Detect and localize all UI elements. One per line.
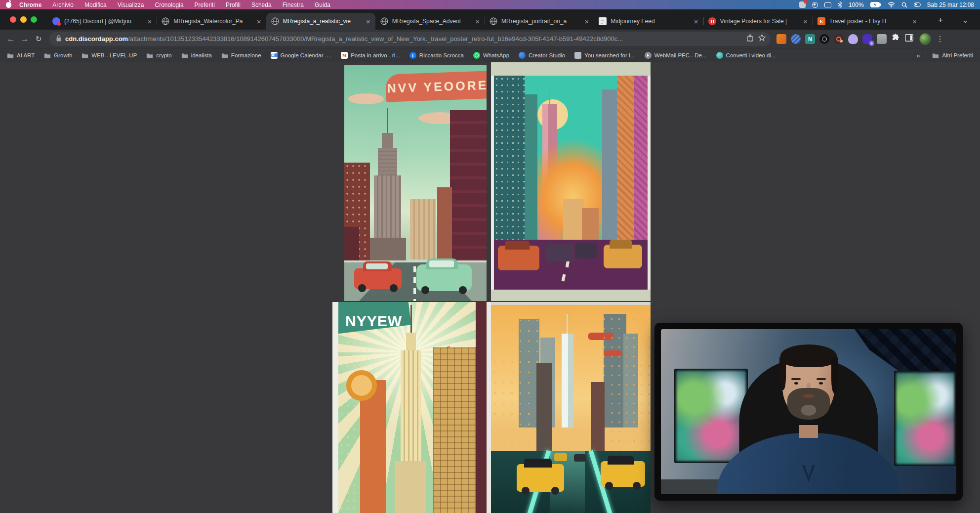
page-content: NVV YEOORE [0,62,980,513]
blue-extension-icon[interactable] [791,34,801,44]
reload-button[interactable]: ↻ [32,35,45,43]
menu-archivio[interactable]: Archivio [52,1,74,8]
notion-extension-icon[interactable]: N [805,34,815,44]
screen-record-icon[interactable] [812,2,818,8]
key-extension-icon[interactable] [834,34,844,44]
bookmark-growth[interactable]: Growth [44,52,72,59]
folder-icon [221,52,228,59]
bookmark-creator-studio[interactable]: Creator Studio [519,52,565,59]
tab-title: Midjourney Feed [611,18,690,25]
poster-top-right[interactable] [491,62,651,301]
control-center-icon[interactable] [914,2,921,7]
gmail-icon: M [341,52,348,59]
profile-avatar[interactable] [919,33,931,45]
bookmark-web-level-up[interactable]: WEB - LEVEL-UP [82,52,137,59]
tab-title: MRregista_Watercolor_Pa [173,18,252,25]
tabs-container: (2765) Discord | @Midjou×MRregista_Water… [47,13,922,30]
menu-visualizza[interactable]: Visualizza [118,1,144,8]
other-bookmarks-folder[interactable]: Altri Preferiti [932,52,973,59]
bookmark-label: Google Calendar -... [281,52,332,58]
tab-3[interactable]: MRregista_a_realistic_vie× [266,13,375,30]
new-tab-button[interactable]: + [935,14,946,26]
bookmark-formazione[interactable]: Formazione [221,52,261,59]
presenter-beard [787,388,830,420]
fullscreen-window-button[interactable] [31,16,37,23]
tab-1[interactable]: (2765) Discord | @Midjou× [47,13,157,30]
tab-close-icon[interactable]: × [912,18,917,25]
bookmark-crypto[interactable]: crypto [146,52,171,59]
tab-close-icon[interactable]: × [694,18,698,25]
chrome-menu-kebab[interactable]: ⋮ [936,34,944,43]
menu-profili[interactable]: Profili [226,1,241,8]
poster-bottom-left[interactable]: NYYEW [332,302,487,513]
bookmark-label: idealista [191,52,212,58]
address-bar[interactable]: cdn.discordapp.com /attachments/10135123… [49,32,771,46]
cloud-shape [348,93,384,104]
apple-menu-icon[interactable] [6,2,11,8]
tab-4[interactable]: MRregista_Space_Advent× [375,13,485,30]
bluetooth-icon[interactable] [838,1,842,8]
bookmark-converti-i-video-di[interactable]: Converti i video di... [716,52,776,59]
tab-close-icon[interactable]: × [803,18,808,25]
menu-finestra[interactable]: Finestra [283,1,304,8]
dark-extension-icon[interactable] [819,34,829,44]
tab-close-icon[interactable]: × [366,18,370,25]
tab-6[interactable]: Midjourney Feed× [594,13,703,30]
tab-close-icon[interactable]: × [147,18,152,25]
menu-cronologia[interactable]: Cronologia [155,1,184,8]
forward-button[interactable]: → [18,34,32,44]
tab-2[interactable]: MRregista_Watercolor_Pa× [157,13,266,30]
empire-state-top [382,133,393,149]
poster-bottom-right[interactable] [491,302,651,513]
purple-extension-icon[interactable]: 6 [862,34,872,44]
extensions-puzzle-icon[interactable] [892,34,900,44]
tan-tower [410,199,436,259]
metamask-extension-icon[interactable] [776,34,786,44]
notification-app-icon[interactable] [799,1,806,8]
menu-preferiti[interactable]: Preferiti [195,1,215,8]
grid-extension-icon[interactable] [877,34,887,44]
bookmark-label: WhatsApp [483,52,509,58]
poster-frame-top [491,62,651,76]
bookmark-posta-in-arrivo-ri[interactable]: MPosta in arrivo - ri... [341,52,400,59]
bookmark-idealista[interactable]: idealista [181,52,212,59]
tab-search-button[interactable]: ⌄ [959,14,971,26]
tab-close-icon[interactable]: × [257,18,261,25]
tab-close-icon[interactable]: × [475,18,480,25]
back-button[interactable]: ← [4,34,18,44]
bookmark-google-calendar[interactable]: Google Calendar -... [271,52,332,59]
share-icon[interactable] [747,34,753,43]
bookmark-whatsapp[interactable]: WhatsApp [473,52,509,59]
menu-chrome[interactable]: Chrome [19,1,41,8]
tab-close-icon[interactable]: × [584,18,589,25]
poster-top-left[interactable]: NVV YEOORE [344,65,487,301]
bookmark-you-searched-for-i[interactable]: You searched for I... [574,52,635,59]
bookmark-ai-art[interactable]: AI ART [7,52,35,59]
close-window-button[interactable] [10,16,16,23]
lock-icon[interactable] [56,35,61,43]
bookmark-label: AI ART [17,52,35,58]
bookmark-webmail-pec-de[interactable]: WebMail PEC - De... [645,52,707,59]
wifi-icon[interactable] [888,2,895,7]
menu-scheda[interactable]: Scheda [251,1,272,8]
display-icon[interactable] [824,2,831,7]
side-panel-icon[interactable] [905,34,913,43]
tab-8[interactable]: ETravel poster - Etsy IT× [813,13,922,30]
menu-guida[interactable]: Guida [315,1,330,8]
bookmark-riccardo-scrocca[interactable]: fRiccardo Scrocca [409,52,464,59]
distant-taxi [554,453,567,461]
minimize-window-button[interactable] [20,16,27,23]
spotlight-search-icon[interactable] [901,2,907,8]
facebook-icon: f [409,52,416,59]
whatsapp-icon [473,52,480,59]
bookmarks-overflow-chevron[interactable]: » [916,52,920,59]
other-bookmarks-label: Altri Preferiti [942,52,973,58]
cloud-extension-icon[interactable] [848,34,858,44]
tab-7[interactable]: Vintage Posters for Sale | × [703,13,813,30]
poster-gap [487,302,491,513]
tab-title: Vintage Posters for Sale | [720,18,799,25]
bookmark-label: Riccardo Scrocca [419,52,464,58]
tab-5[interactable]: MRregista_portrait_on_a× [485,13,594,30]
bookmark-star-icon[interactable] [758,34,766,43]
menu-modifica[interactable]: Modifica [84,1,107,8]
